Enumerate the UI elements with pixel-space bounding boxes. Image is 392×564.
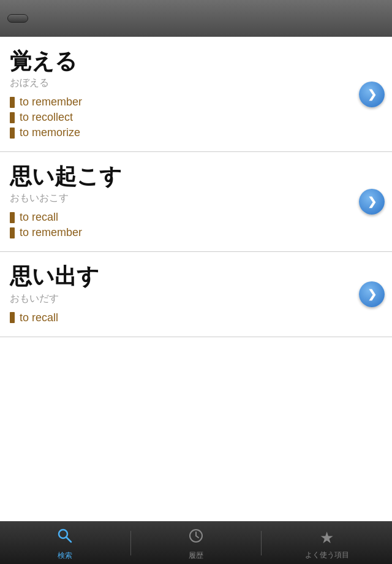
entry-kanji: 思い起こす <box>10 163 382 189</box>
entry-arrow-button[interactable] <box>359 281 385 307</box>
entry-arrow-button[interactable] <box>359 82 385 107</box>
meaning-bullet-icon <box>10 227 15 238</box>
svg-line-4 <box>196 536 198 538</box>
tab-label-history: 履歴 <box>189 551 203 561</box>
entry-meanings: to recall <box>10 311 382 324</box>
entry-oboeru: 覚えるおぼえるto rememberto recollectto memoriz… <box>0 37 392 152</box>
favorites-icon: ★ <box>320 528 334 547</box>
header <box>0 0 392 37</box>
entry-reading: おもいおこす <box>10 192 382 205</box>
meaning-item: to recall <box>10 211 382 224</box>
tab-label-favorites: よく使う項目 <box>305 550 349 560</box>
meaning-text: to recollect <box>20 111 73 124</box>
meaning-item: to memorize <box>10 126 382 139</box>
history-icon <box>188 528 204 548</box>
entry-meanings: to rememberto recollectto memorize <box>10 96 382 139</box>
search-icon <box>57 528 73 548</box>
meaning-text: to memorize <box>20 126 80 139</box>
meaning-bullet-icon <box>10 112 15 123</box>
tab-label-search: 検索 <box>58 551 72 561</box>
meaning-item: to recollect <box>10 111 382 124</box>
content-area: 覚えるおぼえるto rememberto recollectto memoriz… <box>0 37 392 521</box>
meaning-bullet-icon <box>10 212 15 223</box>
tab-item-search[interactable]: 検索 <box>0 525 130 561</box>
meaning-bullet-icon <box>10 128 15 139</box>
entry-reading: おぼえる <box>10 77 382 90</box>
meaning-item: to remember <box>10 96 382 109</box>
svg-line-1 <box>67 537 72 542</box>
entry-omoikosu: 思い起こすおもいおこすto recallto remember <box>0 152 392 252</box>
tab-item-history[interactable]: 履歴 <box>131 525 262 561</box>
entry-omoidasu: 思い出すおもいだすto recall <box>0 252 392 337</box>
meaning-bullet-icon <box>10 97 15 108</box>
search-button[interactable] <box>7 14 28 23</box>
meaning-item: to recall <box>10 311 382 324</box>
meaning-bullet-icon <box>10 312 15 323</box>
meaning-text: to recall <box>20 211 58 224</box>
tab-item-favorites[interactable]: ★よく使う項目 <box>262 526 392 560</box>
entry-kanji: 思い出す <box>10 263 382 289</box>
entry-kanji: 覚える <box>10 48 382 74</box>
entry-meanings: to recallto remember <box>10 211 382 239</box>
header-title <box>28 12 348 26</box>
meaning-item: to remember <box>10 226 382 239</box>
tab-bar: 検索履歴★よく使う項目 <box>0 521 392 564</box>
meaning-text: to recall <box>20 311 58 324</box>
entry-arrow-button[interactable] <box>359 189 385 215</box>
entry-reading: おもいだす <box>10 292 382 305</box>
meaning-text: to remember <box>20 96 82 109</box>
meaning-text: to remember <box>20 226 82 239</box>
